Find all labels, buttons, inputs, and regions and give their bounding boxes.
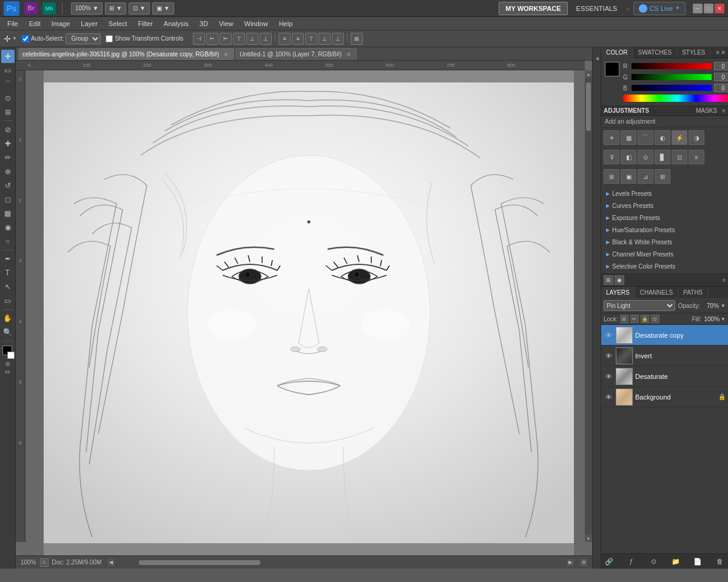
layers-tab-layers[interactable]: LAYERS xyxy=(601,287,635,298)
color-spectrum[interactable] xyxy=(623,95,728,102)
opacity-input[interactable] xyxy=(702,303,719,309)
scroll-down-btn[interactable]: ▼ xyxy=(585,535,592,542)
background-color[interactable] xyxy=(7,352,15,359)
v-scrollbar[interactable]: ▲ ▼ xyxy=(585,70,592,542)
adj-colbal[interactable]: ⊽ xyxy=(604,150,619,164)
adj-photo[interactable]: ⊙ xyxy=(638,150,653,164)
layer-kind-filter[interactable]: ⊞ xyxy=(604,275,613,285)
b-slider[interactable] xyxy=(632,85,712,91)
tab-color[interactable]: COLOR xyxy=(601,47,633,58)
blend-mode-select[interactable]: Pin Light Normal Multiply Screen Overlay xyxy=(604,300,675,311)
adj-curves[interactable]: ⌒ xyxy=(638,130,653,145)
canvas-wrapper[interactable]: 0 100 200 300 400 500 600 700 800 0 1 2 … xyxy=(16,61,592,555)
zoom-tool[interactable]: 🔍 xyxy=(1,326,15,339)
hand-tool[interactable]: ✋ xyxy=(1,312,15,325)
scroll-up-btn[interactable]: ▲ xyxy=(585,70,592,78)
layers-tab-channels[interactable]: CHANNELS xyxy=(635,287,678,298)
masks-tab[interactable]: MASKS xyxy=(696,107,717,114)
eyedropper-tool[interactable]: ⊘ xyxy=(1,123,15,136)
menu-analysis[interactable]: Analysis xyxy=(159,19,194,28)
panel-menu-btn[interactable]: ≡ xyxy=(716,49,720,56)
lock-all-btn[interactable]: 🔒 xyxy=(641,315,649,323)
tab-swatches[interactable]: SWATCHES xyxy=(633,47,678,58)
add-mask-btn[interactable]: ⊙ xyxy=(648,556,659,567)
new-layer-btn[interactable]: 📄 xyxy=(692,556,703,567)
auto-align[interactable]: ⊞ xyxy=(351,33,363,45)
tab-close-angelina[interactable]: ✕ xyxy=(224,52,229,58)
distribute-bot[interactable]: ⊥ xyxy=(332,33,344,45)
adj-selective-color-presets[interactable]: ▶ Selective Color Presets xyxy=(604,260,726,272)
tab-angelina[interactable]: celebrities-angelina-jolie-306316.jpg @ … xyxy=(18,48,234,60)
show-transform-checkbox[interactable] xyxy=(106,35,113,42)
workspace-button[interactable]: MY WORKSPACE xyxy=(499,2,567,15)
opacity-arrow[interactable]: ▼ xyxy=(721,303,726,309)
foreground-swatch[interactable] xyxy=(605,62,619,76)
brush-tool[interactable]: ✏ xyxy=(1,151,15,164)
mb-logo[interactable]: Mb xyxy=(42,2,56,15)
h-scroll-thumb[interactable] xyxy=(139,560,260,565)
menu-filter[interactable]: Filter xyxy=(133,19,157,28)
h-scrollbar[interactable] xyxy=(115,560,567,566)
adj-gradient-map[interactable]: ▣ xyxy=(621,169,636,184)
adj-hsl[interactable]: ◑ xyxy=(689,130,704,145)
fill-arrow[interactable]: ▼ xyxy=(721,316,726,322)
zoom-dropdown[interactable]: 100% ▼ xyxy=(71,2,103,15)
healing-tool[interactable]: ✚ xyxy=(1,137,15,150)
scroll-right-btn[interactable]: ▶ xyxy=(567,559,574,566)
screen-mode[interactable]: ▭ xyxy=(5,369,10,375)
history-brush-tool[interactable]: ↺ xyxy=(1,179,15,192)
adj-selective[interactable]: ⊿ xyxy=(638,169,653,184)
marquee-tool[interactable]: ▭ xyxy=(1,64,15,77)
v-scroll-thumb[interactable] xyxy=(586,82,591,131)
r-value[interactable] xyxy=(714,62,728,70)
layer-eye-invert[interactable]: 👁 xyxy=(604,351,613,361)
auto-select-checkbox[interactable] xyxy=(22,35,29,42)
menu-image[interactable]: Image xyxy=(47,19,75,28)
layer-eye-background[interactable]: 👁 xyxy=(604,392,613,402)
br-logo[interactable]: Br xyxy=(24,2,38,15)
gradient-tool[interactable]: ▦ xyxy=(1,207,15,220)
maximize-button[interactable]: □ xyxy=(704,4,713,13)
path-selection-tool[interactable]: ↖ xyxy=(1,280,15,293)
menu-3d[interactable]: 3D xyxy=(195,19,213,28)
adj-levels[interactable]: ▦ xyxy=(621,130,636,145)
menu-help[interactable]: Help xyxy=(274,19,298,28)
adj-bw-presets[interactable]: ▶ Black & White Presets xyxy=(604,236,726,248)
pen-tool[interactable]: ✒ xyxy=(1,252,15,266)
scroll-corner[interactable]: ⊞ xyxy=(580,559,587,566)
g-slider[interactable] xyxy=(632,74,712,80)
quick-mask-mode[interactable]: ⊙ xyxy=(5,361,10,367)
layer-eye-desaturate-copy[interactable]: 👁 xyxy=(604,330,613,340)
align-left[interactable]: ⊣ xyxy=(193,33,205,45)
tab-untitled[interactable]: Untitled-1 @ 100% (Layer 7, RGB/8#) ✕ xyxy=(235,48,357,60)
align-right[interactable]: ⊢ xyxy=(220,33,232,45)
align-bottom[interactable]: ⊥ xyxy=(260,33,272,45)
adj-bw[interactable]: ◧ xyxy=(621,150,636,164)
layer-item-desaturate[interactable]: 👁 Desaturate xyxy=(601,366,728,387)
extras-dropdown[interactable]: ⊡ ▼ xyxy=(129,2,150,15)
zoom-level-btn[interactable]: ⊙ xyxy=(40,558,49,567)
eraser-tool[interactable]: ◻ xyxy=(1,193,15,206)
panel-collapse-btn[interactable]: ◀ xyxy=(594,56,599,61)
adj-mixer[interactable]: ▊ xyxy=(655,150,670,164)
lasso-tool[interactable]: ⌒ xyxy=(1,78,15,91)
shape-tool[interactable]: ▭ xyxy=(1,294,15,307)
layers-panel-expand[interactable]: ≡ xyxy=(723,277,726,283)
r-slider[interactable] xyxy=(632,63,712,69)
align-center-h[interactable]: ⊢ xyxy=(206,33,218,45)
adj-brightness[interactable]: ☀ xyxy=(604,130,619,145)
adj-invert[interactable]: ⊡ xyxy=(672,150,687,164)
b-value[interactable] xyxy=(714,84,728,92)
distribute-h[interactable]: ≡ xyxy=(278,33,291,45)
menu-window[interactable]: Window xyxy=(240,19,273,28)
adj-exposure[interactable]: ◐ xyxy=(655,130,670,145)
move-tool[interactable]: ✛ xyxy=(1,50,15,63)
adj-tab-active[interactable]: ADJUSTMENTS xyxy=(604,107,696,114)
essentials-button[interactable]: ESSENTIALS xyxy=(571,2,622,15)
adj-vibrance[interactable]: ⚡ xyxy=(672,130,687,145)
new-group-btn[interactable]: 📁 xyxy=(670,556,681,567)
arrange-dropdown[interactable]: ⊞ ▼ xyxy=(105,2,126,15)
minimize-button[interactable]: ─ xyxy=(693,4,703,13)
lock-pixels-btn[interactable]: ⊞ xyxy=(620,315,629,323)
adj-channel-mixer-presets[interactable]: ▶ Channel Mixer Presets xyxy=(604,248,726,260)
